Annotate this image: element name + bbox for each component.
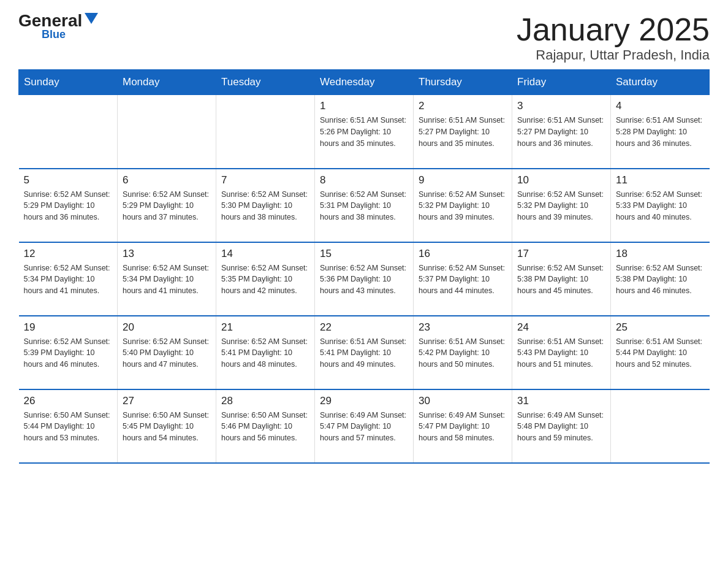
header-friday: Friday [512,70,611,95]
page-title: January 2025 [517,12,710,47]
calendar-cell: 10Sunrise: 6:52 AM Sunset: 5:32 PM Dayli… [512,169,611,242]
logo-triangle-icon [85,13,98,26]
day-info: Sunrise: 6:49 AM Sunset: 5:48 PM Dayligh… [517,410,605,444]
logo-general: General [18,12,82,29]
day-info: Sunrise: 6:52 AM Sunset: 5:34 PM Dayligh… [123,262,211,297]
week-row-2: 5Sunrise: 6:52 AM Sunset: 5:29 PM Daylig… [19,169,710,242]
day-info: Sunrise: 6:52 AM Sunset: 5:41 PM Dayligh… [221,336,309,370]
logo: General Blue [18,12,98,41]
calendar-cell: 1Sunrise: 6:51 AM Sunset: 5:26 PM Daylig… [315,95,414,169]
calendar-cell: 31Sunrise: 6:49 AM Sunset: 5:48 PM Dayli… [512,389,611,463]
header-monday: Monday [118,70,216,95]
day-info: Sunrise: 6:51 AM Sunset: 5:41 PM Dayligh… [320,336,408,370]
calendar-cell: 2Sunrise: 6:51 AM Sunset: 5:27 PM Daylig… [414,95,512,169]
day-info: Sunrise: 6:51 AM Sunset: 5:27 PM Dayligh… [419,115,507,149]
day-number: 14 [221,248,309,260]
day-number: 20 [123,321,211,334]
calendar-cell: 14Sunrise: 6:52 AM Sunset: 5:35 PM Dayli… [216,242,315,316]
day-number: 27 [123,395,211,407]
day-number: 1 [320,100,408,112]
calendar-cell: 5Sunrise: 6:52 AM Sunset: 5:29 PM Daylig… [19,169,118,242]
calendar-cell: 6Sunrise: 6:52 AM Sunset: 5:29 PM Daylig… [118,169,216,242]
calendar-cell: 19Sunrise: 6:52 AM Sunset: 5:39 PM Dayli… [19,316,118,389]
day-info: Sunrise: 6:52 AM Sunset: 5:31 PM Dayligh… [320,189,408,223]
day-number: 22 [320,321,408,334]
day-number: 25 [616,321,705,334]
day-info: Sunrise: 6:50 AM Sunset: 5:46 PM Dayligh… [221,410,309,444]
calendar-cell: 7Sunrise: 6:52 AM Sunset: 5:30 PM Daylig… [216,169,315,242]
header-tuesday: Tuesday [216,70,315,95]
calendar-cell: 30Sunrise: 6:49 AM Sunset: 5:47 PM Dayli… [414,389,512,463]
calendar-cell: 4Sunrise: 6:51 AM Sunset: 5:28 PM Daylig… [611,95,710,169]
day-info: Sunrise: 6:51 AM Sunset: 5:43 PM Dayligh… [517,336,605,370]
calendar-cell: 17Sunrise: 6:52 AM Sunset: 5:38 PM Dayli… [512,242,611,316]
calendar-cell: 25Sunrise: 6:51 AM Sunset: 5:44 PM Dayli… [611,316,710,389]
day-number: 5 [24,174,113,186]
header-wednesday: Wednesday [315,70,414,95]
week-row-5: 26Sunrise: 6:50 AM Sunset: 5:44 PM Dayli… [19,389,710,463]
svg-marker-0 [85,13,98,24]
day-number: 16 [419,248,507,260]
day-info: Sunrise: 6:52 AM Sunset: 5:40 PM Dayligh… [123,336,211,370]
page-subtitle: Rajapur, Uttar Pradesh, India [517,47,710,63]
day-info: Sunrise: 6:52 AM Sunset: 5:33 PM Dayligh… [616,189,705,223]
day-number: 23 [419,321,507,334]
calendar-cell: 12Sunrise: 6:52 AM Sunset: 5:34 PM Dayli… [19,242,118,316]
day-number: 4 [616,100,705,112]
calendar-cell: 15Sunrise: 6:52 AM Sunset: 5:36 PM Dayli… [315,242,414,316]
calendar-cell: 11Sunrise: 6:52 AM Sunset: 5:33 PM Dayli… [611,169,710,242]
day-info: Sunrise: 6:52 AM Sunset: 5:36 PM Dayligh… [320,262,408,297]
calendar-cell: 20Sunrise: 6:52 AM Sunset: 5:40 PM Dayli… [118,316,216,389]
day-number: 7 [221,174,309,186]
day-number: 6 [123,174,211,186]
day-number: 15 [320,248,408,260]
calendar-cell: 21Sunrise: 6:52 AM Sunset: 5:41 PM Dayli… [216,316,315,389]
day-number: 18 [616,248,705,260]
day-info: Sunrise: 6:52 AM Sunset: 5:38 PM Dayligh… [616,262,705,297]
day-number: 13 [123,248,211,260]
calendar-cell: 9Sunrise: 6:52 AM Sunset: 5:32 PM Daylig… [414,169,512,242]
day-number: 11 [616,174,705,186]
day-number: 28 [221,395,309,407]
day-info: Sunrise: 6:52 AM Sunset: 5:35 PM Dayligh… [221,262,309,297]
day-number: 31 [517,395,605,407]
day-info: Sunrise: 6:51 AM Sunset: 5:26 PM Dayligh… [320,115,408,149]
calendar-cell [19,95,118,169]
day-number: 8 [320,174,408,186]
calendar-cell: 13Sunrise: 6:52 AM Sunset: 5:34 PM Dayli… [118,242,216,316]
day-info: Sunrise: 6:52 AM Sunset: 5:34 PM Dayligh… [24,262,113,297]
calendar-cell: 27Sunrise: 6:50 AM Sunset: 5:45 PM Dayli… [118,389,216,463]
calendar-cell [216,95,315,169]
day-info: Sunrise: 6:49 AM Sunset: 5:47 PM Dayligh… [320,410,408,444]
calendar-cell: 26Sunrise: 6:50 AM Sunset: 5:44 PM Dayli… [19,389,118,463]
calendar-cell: 18Sunrise: 6:52 AM Sunset: 5:38 PM Dayli… [611,242,710,316]
week-row-3: 12Sunrise: 6:52 AM Sunset: 5:34 PM Dayli… [19,242,710,316]
header-thursday: Thursday [414,70,512,95]
logo-blue: Blue [42,28,66,41]
day-number: 3 [517,100,605,112]
week-row-4: 19Sunrise: 6:52 AM Sunset: 5:39 PM Dayli… [19,316,710,389]
day-info: Sunrise: 6:52 AM Sunset: 5:32 PM Dayligh… [419,189,507,223]
day-info: Sunrise: 6:52 AM Sunset: 5:39 PM Dayligh… [24,336,113,370]
day-number: 2 [419,100,507,112]
day-info: Sunrise: 6:51 AM Sunset: 5:28 PM Dayligh… [616,115,705,149]
day-number: 29 [320,395,408,407]
day-number: 10 [517,174,605,186]
calendar-cell: 3Sunrise: 6:51 AM Sunset: 5:27 PM Daylig… [512,95,611,169]
day-number: 24 [517,321,605,334]
calendar-cell: 28Sunrise: 6:50 AM Sunset: 5:46 PM Dayli… [216,389,315,463]
day-number: 9 [419,174,507,186]
day-info: Sunrise: 6:52 AM Sunset: 5:32 PM Dayligh… [517,189,605,223]
day-number: 17 [517,248,605,260]
calendar-cell: 23Sunrise: 6:51 AM Sunset: 5:42 PM Dayli… [414,316,512,389]
calendar-table: SundayMondayTuesdayWednesdayThursdayFrid… [18,69,710,464]
title-block: January 2025 Rajapur, Uttar Pradesh, Ind… [517,12,710,63]
day-number: 12 [24,248,113,260]
day-info: Sunrise: 6:49 AM Sunset: 5:47 PM Dayligh… [419,410,507,444]
day-number: 21 [221,321,309,334]
page-header: General Blue January 2025 Rajapur, Uttar… [18,12,710,63]
day-info: Sunrise: 6:51 AM Sunset: 5:42 PM Dayligh… [419,336,507,370]
day-number: 30 [419,395,507,407]
day-info: Sunrise: 6:51 AM Sunset: 5:27 PM Dayligh… [517,115,605,149]
day-number: 26 [24,395,113,407]
